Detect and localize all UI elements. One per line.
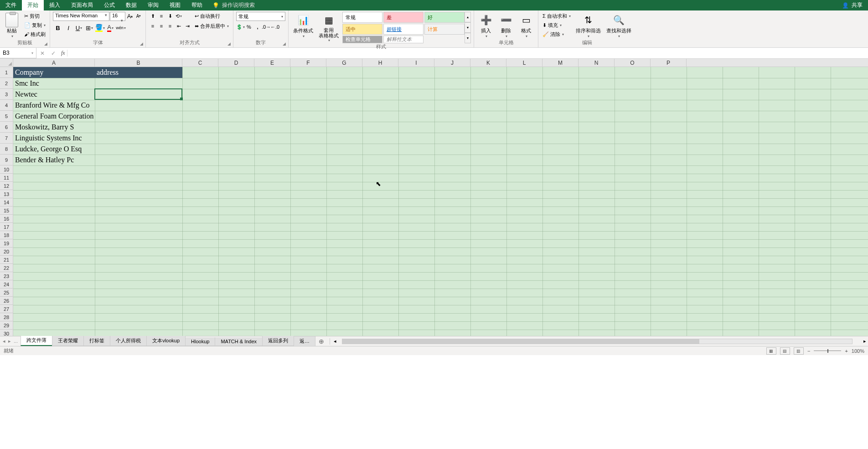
merge-center-button[interactable]: ⬌合并后居中▾: [193, 22, 230, 30]
row-header-6[interactable]: 6: [0, 122, 13, 133]
menu-home[interactable]: 开始: [22, 0, 44, 10]
clipboard-dialog-launcher[interactable]: ◢: [43, 41, 49, 46]
menu-pagelayout[interactable]: 页面布局: [66, 0, 98, 10]
bold-button[interactable]: B: [53, 23, 63, 33]
align-top-button[interactable]: ⬆: [149, 12, 157, 20]
increase-decimal-button[interactable]: .0→: [262, 23, 270, 31]
orientation-button[interactable]: ⟲▾: [175, 12, 183, 20]
cell-A8[interactable]: Ludcke, George O Esq: [13, 144, 83, 155]
decrease-font-button[interactable]: A▾: [134, 12, 143, 20]
col-header-P[interactable]: P: [651, 59, 687, 67]
paste-dropdown-icon[interactable]: ▾: [11, 34, 13, 38]
name-box[interactable]: B3: [0, 48, 36, 58]
col-header-A[interactable]: A: [13, 59, 95, 67]
row-header-14[interactable]: 14: [0, 198, 13, 206]
tell-me-search[interactable]: 操作说明搜索: [219, 1, 255, 9]
sheet-tab-3[interactable]: 个人所得税: [110, 336, 147, 346]
zoom-level[interactable]: 100%: [852, 348, 864, 354]
border-button[interactable]: ⊞▾: [84, 23, 94, 33]
number-format-select[interactable]: 常规: [236, 12, 285, 21]
view-normal-button[interactable]: ▦: [766, 347, 776, 355]
style-normal[interactable]: 常规: [342, 12, 382, 23]
cancel-formula-button[interactable]: ✕: [38, 50, 46, 57]
clear-button[interactable]: 🧹清除▾: [541, 30, 572, 38]
align-right-button[interactable]: ≡: [166, 22, 174, 30]
style-neutral[interactable]: 适中: [342, 24, 382, 35]
number-dialog-launcher[interactable]: ◢: [281, 41, 287, 46]
alignment-dialog-launcher[interactable]: ◢: [226, 41, 232, 46]
cells-area[interactable]: Company address Smc IncNewtecBranford Wi…: [13, 67, 868, 336]
scrollbar-thumb[interactable]: [342, 339, 699, 344]
cell-A1[interactable]: Company: [13, 67, 95, 78]
sheet-nav-ellipsis[interactable]: ...: [14, 338, 18, 344]
row-header-2[interactable]: 2: [0, 78, 13, 89]
row-header-4[interactable]: 4: [0, 100, 13, 111]
wrap-text-button[interactable]: ↩自动换行: [193, 12, 230, 20]
col-header-I[interactable]: I: [398, 59, 434, 67]
align-center-button[interactable]: ≡: [157, 22, 165, 30]
sheet-nav-last[interactable]: ▸: [8, 338, 11, 344]
cell-B1[interactable]: address: [95, 67, 182, 78]
table-format-button[interactable]: ▦ 套用 表格格式▾: [317, 12, 341, 43]
format-painter-button[interactable]: 🖌格式刷: [23, 30, 47, 38]
delete-cells-button[interactable]: ➖删除▾: [497, 12, 515, 39]
style-gallery-more[interactable]: ▾: [465, 33, 471, 43]
decrease-decimal-button[interactable]: ←.0: [271, 23, 279, 31]
find-select-button[interactable]: 🔍查找和选择▾: [604, 12, 633, 39]
menu-help[interactable]: 帮助: [186, 0, 208, 10]
cell-A4[interactable]: Branford Wire & Mfg Co: [13, 100, 91, 111]
align-middle-button[interactable]: ≡: [157, 12, 165, 20]
cell-A2[interactable]: Smc Inc: [13, 78, 41, 89]
sheet-tab-overflow[interactable]: 返…: [294, 336, 315, 346]
col-header-N[interactable]: N: [579, 59, 615, 67]
fx-icon[interactable]: fx: [59, 50, 67, 57]
cell-A5[interactable]: General Foam Corporation: [13, 111, 95, 122]
format-cells-button[interactable]: ▭格式▾: [517, 12, 535, 39]
sort-filter-button[interactable]: ⇅排序和筛选▾: [574, 12, 603, 39]
row-header-21[interactable]: 21: [0, 256, 13, 264]
autosum-button[interactable]: Σ自动求和▾: [541, 12, 572, 20]
style-bad[interactable]: 差: [383, 12, 424, 23]
row-header-30[interactable]: 30: [0, 330, 13, 336]
comma-format-button[interactable]: ,: [253, 23, 262, 31]
font-color-button[interactable]: A▾: [105, 23, 115, 33]
sheet-scroll-right[interactable]: ▸: [862, 338, 868, 344]
col-header-L[interactable]: L: [506, 59, 542, 67]
row-header-16[interactable]: 16: [0, 215, 13, 223]
col-header-C[interactable]: C: [182, 59, 218, 67]
align-left-button[interactable]: ≡: [149, 22, 157, 30]
row-header-24[interactable]: 24: [0, 280, 13, 289]
cut-button[interactable]: ✂剪切: [23, 12, 47, 20]
sheet-tab-7[interactable]: 返回多列: [262, 336, 294, 346]
font-dialog-launcher[interactable]: ◢: [139, 41, 145, 46]
sheet-tab-4[interactable]: 文本vlookup: [146, 336, 186, 346]
row-header-11[interactable]: 11: [0, 174, 13, 182]
sheet-tab-5[interactable]: Hlookup: [185, 337, 215, 346]
share-icon[interactable]: 👤: [842, 2, 849, 9]
col-header-O[interactable]: O: [615, 59, 651, 67]
row-header-23[interactable]: 23: [0, 272, 13, 280]
zoom-out-button[interactable]: −: [807, 348, 810, 354]
col-header-M[interactable]: M: [542, 59, 579, 67]
fill-color-button[interactable]: 🪣▾: [95, 23, 105, 33]
row-header-29[interactable]: 29: [0, 321, 13, 330]
decrease-indent-button[interactable]: ⇤: [175, 22, 183, 30]
row-header-25[interactable]: 25: [0, 289, 13, 297]
paste-button[interactable]: 粘贴 ▾: [3, 12, 21, 39]
view-pagebreak-button[interactable]: ▥: [794, 347, 804, 355]
row-header-28[interactable]: 28: [0, 313, 13, 321]
menu-file[interactable]: 文件: [0, 0, 22, 10]
style-hyperlink[interactable]: 超链接: [383, 24, 424, 35]
insert-cells-button[interactable]: ➕插入▾: [477, 12, 495, 39]
row-header-18[interactable]: 18: [0, 231, 13, 239]
col-header-H[interactable]: H: [362, 59, 398, 67]
row-header-9[interactable]: 9: [0, 155, 13, 165]
col-header-E[interactable]: E: [254, 59, 290, 67]
enter-formula-button[interactable]: ✓: [49, 50, 57, 57]
sheet-tab-2[interactable]: 打标签: [83, 336, 110, 346]
row-header-8[interactable]: 8: [0, 144, 13, 155]
row-header-15[interactable]: 15: [0, 206, 13, 215]
row-header-17[interactable]: 17: [0, 223, 13, 231]
style-good[interactable]: 好: [424, 12, 465, 23]
sheet-scroll-left[interactable]: ◂: [332, 338, 338, 344]
